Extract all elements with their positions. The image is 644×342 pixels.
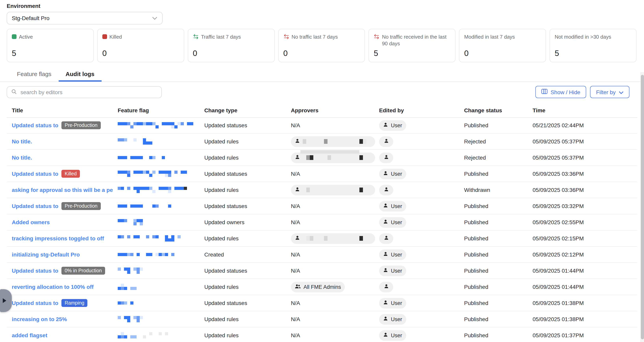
redaction-cell: [360, 188, 363, 192]
redaction-cell: [310, 236, 313, 241]
title-cell: asking for approval so this will be a pe: [7, 187, 118, 193]
mosaic-cell: [159, 335, 162, 338]
search-input[interactable]: [20, 89, 158, 96]
chevron-down-icon: [152, 15, 158, 21]
audit-title-link[interactable]: initializing stg-Default Pro: [12, 251, 80, 258]
mosaic-cell: [184, 187, 187, 190]
redacted-flag-mosaic: [118, 235, 204, 241]
audit-title-link[interactable]: added flagset: [12, 332, 48, 338]
change-status-cell: Published: [464, 300, 532, 306]
mosaic-cell: [136, 271, 140, 274]
edited-by-pill[interactable]: User: [379, 249, 406, 260]
redaction-cell: [328, 188, 331, 192]
mosaic-line: [118, 253, 204, 256]
mosaic-cell: [118, 125, 121, 128]
edited-by-pill[interactable]: User: [379, 168, 406, 179]
audit-title-link[interactable]: Updated status to: [12, 267, 58, 274]
redaction-cell: [331, 236, 334, 241]
mosaic-cell: [127, 187, 130, 190]
audit-title-link[interactable]: increasing on to 25%: [12, 316, 67, 322]
panel-expand-handle[interactable]: [0, 289, 12, 312]
edited-by-pill[interactable]: User: [379, 298, 406, 308]
title-cell: reverting allocation to 100% off: [7, 284, 118, 290]
environment-label: Environment: [7, 3, 40, 9]
tab-feature-flags[interactable]: Feature flags: [10, 66, 58, 82]
redaction-cell: [363, 236, 366, 241]
stat-card: Modified in last 7 days0: [459, 29, 546, 62]
mosaic-cell: [156, 204, 159, 208]
title-cell: No title.: [7, 138, 118, 145]
filter-by-label: Filter by: [596, 89, 616, 95]
mosaic-cell: [118, 319, 121, 322]
show-hide-button[interactable]: Show / Hide: [535, 86, 586, 98]
mosaic-cell: [174, 122, 178, 125]
mosaic-line: [118, 287, 204, 290]
edited-by-pill[interactable]: User: [379, 120, 406, 131]
audit-title-link[interactable]: Updated status to: [12, 203, 58, 209]
mosaic-cell: [143, 238, 146, 241]
mosaic-cell: [159, 187, 162, 190]
edited-by-pill[interactable]: [379, 281, 393, 292]
edited-by-pill[interactable]: User: [379, 201, 406, 211]
mosaic-cell: [124, 253, 127, 256]
approver-pill[interactable]: [291, 233, 375, 244]
column-header-title: Title: [7, 107, 118, 114]
mosaic-cell: [165, 187, 168, 190]
redaction-cell: [317, 139, 320, 144]
audit-title-link[interactable]: asking for approval so this will be a pe: [12, 187, 113, 193]
approver-pill[interactable]: [291, 152, 375, 163]
mosaic-cell: [130, 271, 134, 274]
environment-select[interactable]: Stg-Default Pro: [7, 12, 162, 25]
edited-by-pill[interactable]: [379, 233, 393, 244]
approver-pill[interactable]: [291, 136, 375, 147]
show-hide-label: Show / Hide: [550, 89, 580, 95]
mosaic-cell: [127, 171, 130, 174]
audit-title-link[interactable]: tracking impressions toggled to off: [12, 235, 104, 241]
audit-title-link[interactable]: Updated status to: [12, 122, 58, 128]
person-icon: [383, 251, 388, 258]
edited-by-pill[interactable]: [379, 152, 393, 163]
stat-card-label-row: Traffic last 7 days: [193, 34, 270, 41]
mosaic-cell: [152, 235, 156, 238]
mosaic-cell: [140, 219, 143, 222]
audit-title-link[interactable]: No title.: [12, 138, 32, 145]
audit-title-link[interactable]: Updated status to: [12, 300, 58, 306]
edited-by-pill[interactable]: [379, 185, 393, 195]
person-icon: [384, 284, 389, 290]
chevron-right-icon: [3, 298, 6, 303]
scrollbar-track[interactable]: [640, 72, 644, 342]
audit-title-link[interactable]: Added owners: [12, 219, 50, 225]
mosaic-cell: [156, 335, 159, 338]
mosaic-cell: [159, 204, 162, 208]
mosaic-cell: [130, 187, 134, 190]
filter-by-button[interactable]: Filter by: [590, 86, 630, 98]
mosaic-cell: [136, 235, 140, 238]
scrollbar-thumb[interactable]: [641, 75, 644, 339]
edited-by-pill[interactable]: User: [379, 330, 406, 340]
change-type-cell: Updated owners: [204, 219, 291, 225]
person-icon: [383, 203, 388, 209]
change-status-cell: Published: [464, 171, 532, 177]
edited-by-pill[interactable]: User: [379, 314, 406, 324]
edited-by-cell: [379, 233, 464, 244]
mosaic-cell: [121, 141, 124, 145]
redacted-flag-mosaic: [118, 138, 204, 145]
edited-by-pill[interactable]: [379, 136, 393, 147]
mosaic-cell: [136, 190, 140, 193]
mosaic-cell: [124, 271, 127, 274]
tab-audit-logs[interactable]: Audit logs: [58, 66, 102, 82]
approver-group-pill[interactable]: All FME Admins: [291, 281, 345, 292]
approvers-cell: N/A: [291, 300, 379, 306]
edited-by-pill[interactable]: User: [379, 265, 406, 276]
mosaic-line: [118, 316, 204, 319]
feature-flag-cell: [118, 284, 204, 290]
redaction-cell: [349, 236, 352, 241]
audit-title-link[interactable]: Updated status to: [12, 171, 58, 177]
mosaic-cell: [127, 141, 130, 145]
audit-title-link[interactable]: No title.: [12, 154, 32, 161]
approvers-na: N/A: [291, 300, 300, 306]
approver-pill[interactable]: [291, 185, 375, 195]
audit-title-link[interactable]: reverting allocation to 100% off: [12, 284, 94, 290]
mosaic-cell: [178, 235, 181, 238]
edited-by-pill[interactable]: User: [379, 217, 406, 227]
